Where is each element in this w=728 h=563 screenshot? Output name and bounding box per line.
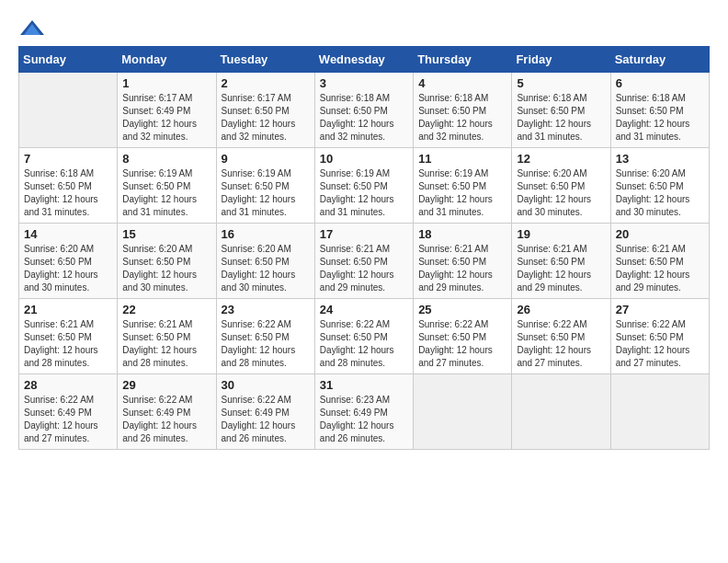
cell-info: Sunrise: 6:22 AMSunset: 6:50 PMDaylight:…	[320, 318, 408, 370]
week-row-1: 1Sunrise: 6:17 AMSunset: 6:49 PMDaylight…	[19, 73, 710, 148]
cell-info: Sunrise: 6:19 AMSunset: 6:50 PMDaylight:…	[122, 167, 210, 219]
cell-info: Sunrise: 6:20 AMSunset: 6:50 PMDaylight:…	[24, 243, 112, 294]
day-number: 31	[320, 378, 408, 392]
calendar-cell: 12Sunrise: 6:20 AMSunset: 6:50 PMDayligh…	[512, 148, 610, 224]
header-wednesday: Wednesday	[314, 47, 413, 73]
calendar-cell: 24Sunrise: 6:22 AMSunset: 6:50 PMDayligh…	[314, 299, 413, 374]
calendar-cell	[512, 374, 610, 450]
cell-info: Sunrise: 6:20 AMSunset: 6:50 PMDaylight:…	[222, 243, 310, 294]
week-row-5: 28Sunrise: 6:22 AMSunset: 6:49 PMDayligh…	[19, 374, 710, 450]
cell-info: Sunrise: 6:22 AMSunset: 6:50 PMDaylight:…	[616, 318, 704, 370]
calendar-cell: 22Sunrise: 6:21 AMSunset: 6:50 PMDayligh…	[118, 299, 216, 374]
cell-info: Sunrise: 6:18 AMSunset: 6:50 PMDaylight:…	[517, 92, 605, 144]
day-number: 4	[418, 76, 506, 90]
day-number: 17	[320, 227, 408, 241]
cell-info: Sunrise: 6:21 AMSunset: 6:50 PMDaylight:…	[418, 243, 506, 294]
cell-info: Sunrise: 6:22 AMSunset: 6:49 PMDaylight:…	[222, 394, 310, 445]
week-row-3: 14Sunrise: 6:20 AMSunset: 6:50 PMDayligh…	[19, 224, 710, 299]
header-thursday: Thursday	[414, 47, 512, 73]
calendar-table: SundayMondayTuesdayWednesdayThursdayFrid…	[18, 46, 710, 450]
calendar-cell: 10Sunrise: 6:19 AMSunset: 6:50 PMDayligh…	[314, 148, 413, 224]
day-number: 29	[122, 378, 210, 392]
day-number: 8	[122, 152, 210, 166]
day-number: 15	[122, 227, 210, 241]
cell-info: Sunrise: 6:21 AMSunset: 6:50 PMDaylight:…	[24, 318, 112, 370]
calendar-cell: 21Sunrise: 6:21 AMSunset: 6:50 PMDayligh…	[19, 299, 118, 374]
day-number: 3	[320, 76, 408, 90]
day-number: 23	[222, 303, 310, 316]
calendar-cell: 23Sunrise: 6:22 AMSunset: 6:50 PMDayligh…	[216, 299, 314, 374]
calendar-cell: 17Sunrise: 6:21 AMSunset: 6:50 PMDayligh…	[314, 224, 413, 299]
day-number: 18	[418, 227, 506, 241]
calendar-cell: 2Sunrise: 6:17 AMSunset: 6:50 PMDaylight…	[216, 73, 314, 148]
day-number: 30	[222, 378, 310, 392]
calendar-cell: 19Sunrise: 6:21 AMSunset: 6:50 PMDayligh…	[512, 224, 610, 299]
header-monday: Monday	[118, 47, 216, 73]
day-number: 16	[222, 227, 310, 241]
logo	[18, 18, 50, 37]
day-number: 5	[517, 76, 605, 90]
calendar-cell: 13Sunrise: 6:20 AMSunset: 6:50 PMDayligh…	[610, 148, 709, 224]
day-number: 9	[222, 152, 310, 166]
cell-info: Sunrise: 6:21 AMSunset: 6:50 PMDaylight:…	[517, 243, 605, 294]
day-number: 27	[616, 303, 704, 316]
header-row: SundayMondayTuesdayWednesdayThursdayFrid…	[19, 47, 710, 73]
day-number: 14	[24, 227, 112, 241]
day-number: 25	[418, 303, 506, 316]
calendar-cell: 16Sunrise: 6:20 AMSunset: 6:50 PMDayligh…	[216, 224, 314, 299]
cell-info: Sunrise: 6:18 AMSunset: 6:50 PMDaylight:…	[320, 92, 408, 144]
day-number: 26	[517, 303, 605, 316]
logo-icon	[18, 18, 46, 37]
calendar-cell: 11Sunrise: 6:19 AMSunset: 6:50 PMDayligh…	[414, 148, 512, 224]
header-saturday: Saturday	[610, 47, 709, 73]
calendar-cell: 9Sunrise: 6:19 AMSunset: 6:50 PMDaylight…	[216, 148, 314, 224]
day-number: 19	[517, 227, 605, 241]
day-number: 12	[517, 152, 605, 166]
cell-info: Sunrise: 6:21 AMSunset: 6:50 PMDaylight:…	[122, 318, 210, 370]
day-number: 24	[320, 303, 408, 316]
header-sunday: Sunday	[19, 47, 118, 73]
week-row-2: 7Sunrise: 6:18 AMSunset: 6:50 PMDaylight…	[19, 148, 710, 224]
calendar-cell: 26Sunrise: 6:22 AMSunset: 6:50 PMDayligh…	[512, 299, 610, 374]
calendar-cell: 7Sunrise: 6:18 AMSunset: 6:50 PMDaylight…	[19, 148, 118, 224]
cell-info: Sunrise: 6:22 AMSunset: 6:50 PMDaylight:…	[222, 318, 310, 370]
calendar-cell: 5Sunrise: 6:18 AMSunset: 6:50 PMDaylight…	[512, 73, 610, 148]
day-number: 13	[616, 152, 704, 166]
cell-info: Sunrise: 6:21 AMSunset: 6:50 PMDaylight:…	[616, 243, 704, 294]
cell-info: Sunrise: 6:18 AMSunset: 6:50 PMDaylight:…	[418, 92, 506, 144]
cell-info: Sunrise: 6:19 AMSunset: 6:50 PMDaylight:…	[222, 167, 310, 219]
cell-info: Sunrise: 6:20 AMSunset: 6:50 PMDaylight:…	[122, 243, 210, 294]
day-number: 20	[616, 227, 704, 241]
cell-info: Sunrise: 6:20 AMSunset: 6:50 PMDaylight:…	[616, 167, 704, 219]
day-number: 10	[320, 152, 408, 166]
calendar-cell: 4Sunrise: 6:18 AMSunset: 6:50 PMDaylight…	[414, 73, 512, 148]
header-friday: Friday	[512, 47, 610, 73]
calendar-cell: 3Sunrise: 6:18 AMSunset: 6:50 PMDaylight…	[314, 73, 413, 148]
day-number: 1	[122, 76, 210, 90]
calendar-cell: 28Sunrise: 6:22 AMSunset: 6:49 PMDayligh…	[19, 374, 118, 450]
cell-info: Sunrise: 6:22 AMSunset: 6:49 PMDaylight:…	[24, 394, 112, 445]
cell-info: Sunrise: 6:17 AMSunset: 6:49 PMDaylight:…	[122, 92, 210, 144]
day-number: 2	[222, 76, 310, 90]
calendar-cell	[610, 374, 709, 450]
calendar-cell: 14Sunrise: 6:20 AMSunset: 6:50 PMDayligh…	[19, 224, 118, 299]
cell-info: Sunrise: 6:22 AMSunset: 6:50 PMDaylight:…	[418, 318, 506, 370]
cell-info: Sunrise: 6:19 AMSunset: 6:50 PMDaylight:…	[418, 167, 506, 219]
header	[18, 18, 710, 37]
week-row-4: 21Sunrise: 6:21 AMSunset: 6:50 PMDayligh…	[19, 299, 710, 374]
day-number: 22	[122, 303, 210, 316]
cell-info: Sunrise: 6:17 AMSunset: 6:50 PMDaylight:…	[222, 92, 310, 144]
cell-info: Sunrise: 6:18 AMSunset: 6:50 PMDaylight:…	[616, 92, 704, 144]
cell-info: Sunrise: 6:22 AMSunset: 6:49 PMDaylight:…	[122, 394, 210, 445]
day-number: 28	[24, 378, 112, 392]
cell-info: Sunrise: 6:21 AMSunset: 6:50 PMDaylight:…	[320, 243, 408, 294]
calendar-cell: 15Sunrise: 6:20 AMSunset: 6:50 PMDayligh…	[118, 224, 216, 299]
calendar-cell	[414, 374, 512, 450]
cell-info: Sunrise: 6:23 AMSunset: 6:49 PMDaylight:…	[320, 394, 408, 445]
calendar-cell: 18Sunrise: 6:21 AMSunset: 6:50 PMDayligh…	[414, 224, 512, 299]
calendar-cell: 20Sunrise: 6:21 AMSunset: 6:50 PMDayligh…	[610, 224, 709, 299]
calendar-cell: 29Sunrise: 6:22 AMSunset: 6:49 PMDayligh…	[118, 374, 216, 450]
cell-info: Sunrise: 6:22 AMSunset: 6:50 PMDaylight:…	[517, 318, 605, 370]
cell-info: Sunrise: 6:19 AMSunset: 6:50 PMDaylight:…	[320, 167, 408, 219]
cell-info: Sunrise: 6:20 AMSunset: 6:50 PMDaylight:…	[517, 167, 605, 219]
